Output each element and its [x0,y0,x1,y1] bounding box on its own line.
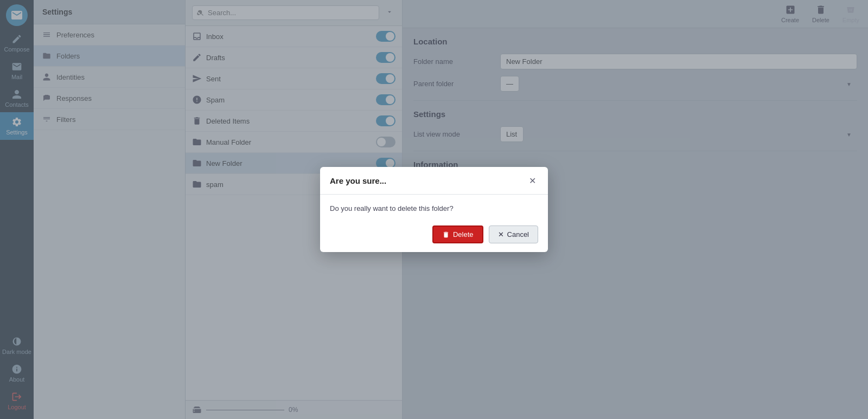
modal-cancel-label: Cancel [507,230,529,238]
modal-footer: Delete ✕ Cancel [320,220,548,252]
modal-delete-button[interactable]: Delete [432,225,483,243]
modal-title: Are you sure... [330,176,386,185]
delete-confirmation-modal: Are you sure... ✕ Do you really want to … [320,167,548,252]
modal-delete-label: Delete [453,230,474,238]
modal-header: Are you sure... ✕ [320,167,548,195]
modal-close-button[interactable]: ✕ [526,175,538,186]
modal-cancel-button[interactable]: ✕ Cancel [489,225,538,243]
cancel-x-icon: ✕ [498,230,504,238]
modal-delete-icon [442,231,450,238]
modal-overlay[interactable]: Are you sure... ✕ Do you really want to … [0,0,868,419]
modal-body: Do you really want to delete this folder… [320,195,548,220]
